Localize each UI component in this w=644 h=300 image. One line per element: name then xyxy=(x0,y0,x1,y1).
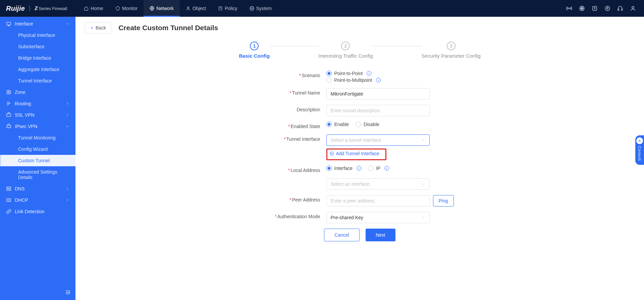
disable-radio[interactable] xyxy=(356,122,361,127)
auth-mode-select[interactable]: Pre-shared Key xyxy=(326,212,430,223)
nav-monitor[interactable]: Monitor xyxy=(109,0,144,17)
local-interface-select[interactable]: Select an interface. xyxy=(326,178,430,190)
local-ip-radio[interactable] xyxy=(368,166,373,171)
nav-object[interactable]: Object xyxy=(180,0,212,17)
scenario-label: *Scenario xyxy=(206,71,326,78)
step-basic-config[interactable]: 1 Basic Config xyxy=(239,42,270,59)
info-icon[interactable]: i xyxy=(376,78,381,82)
plus-circle-icon xyxy=(329,151,334,156)
local-interface-radio[interactable] xyxy=(326,166,332,171)
enabled-state-label: *Enabled State xyxy=(206,122,326,129)
chevron-down-icon xyxy=(421,138,425,142)
page-title: Create Custom Tunnel Details xyxy=(118,24,218,32)
globe-icon xyxy=(150,6,154,11)
chevron-right-icon xyxy=(65,113,69,117)
peer-address-input[interactable] xyxy=(326,195,430,206)
enable-radio[interactable] xyxy=(326,122,332,127)
nav-home[interactable]: Home xyxy=(78,0,109,17)
sidebar-zone[interactable]: Zone xyxy=(0,86,75,98)
add-tunnel-interface-link[interactable]: Add Tunnel Interface xyxy=(329,151,379,156)
sidebar-custom-tunnel[interactable]: Custom Tunnel xyxy=(0,155,75,166)
user-icon xyxy=(186,6,191,11)
svg-point-7 xyxy=(605,6,610,11)
step-security-parameter[interactable]: 3 Security Parameter Config xyxy=(422,42,481,59)
compass-icon[interactable] xyxy=(604,5,610,11)
consult-avatar-icon xyxy=(636,137,643,144)
interface-icon xyxy=(6,21,11,26)
steps: 1 Basic Config 2 Interesting Traffic Con… xyxy=(239,42,481,59)
svg-point-10 xyxy=(632,6,634,8)
dashboard-icon[interactable] xyxy=(579,5,585,11)
local-addr-interface[interactable]: Interface i xyxy=(326,166,361,171)
svg-rect-17 xyxy=(7,189,11,190)
local-addr-ip[interactable]: IP i xyxy=(368,166,389,171)
svg-point-13 xyxy=(8,92,9,93)
chevron-right-icon xyxy=(65,198,69,202)
sidebar-dhcp[interactable]: DHCP xyxy=(0,194,75,206)
sidebar-ipsec-vpn[interactable]: IPsec VPN xyxy=(0,121,75,132)
top-nav: Ruijie ZSeries Firewall Home Monitor Net… xyxy=(0,0,644,17)
sidebar-collapse-icon[interactable] xyxy=(65,289,71,295)
nav-system[interactable]: System xyxy=(244,0,278,17)
svg-rect-14 xyxy=(7,114,11,117)
step-interesting-traffic[interactable]: 2 Interesting Traffic Config xyxy=(318,42,373,59)
chevron-left-icon xyxy=(90,26,94,30)
enabled-enable[interactable]: Enable xyxy=(326,122,349,127)
sidebar-subinterface[interactable]: Subinterface xyxy=(18,41,75,52)
sidebar-physical-interface[interactable]: Physical Interface xyxy=(18,29,75,41)
home-icon xyxy=(84,6,89,11)
brand: Ruijie ZSeries Firewall xyxy=(0,5,67,12)
svg-rect-16 xyxy=(7,187,11,188)
sidebar-bridge-interface[interactable]: Bridge Interface xyxy=(18,52,75,64)
sidebar-routing[interactable]: Routing xyxy=(0,98,75,109)
dns-icon xyxy=(6,186,11,191)
policy-icon xyxy=(218,6,223,11)
sidebar-dns[interactable]: DNS xyxy=(0,183,75,194)
svg-rect-8 xyxy=(618,9,619,11)
consult-widget[interactable]: Consult xyxy=(635,135,644,165)
sidebar-interface[interactable]: Interface xyxy=(0,18,75,29)
sidebar-config-wizard[interactable]: Config Wizard xyxy=(18,143,75,155)
sidebar-ssl-vpn[interactable]: SSL VPN xyxy=(0,109,75,121)
upload-icon[interactable] xyxy=(592,5,598,11)
nav-policy[interactable]: Policy xyxy=(212,0,243,17)
scenario-p2mp-radio[interactable] xyxy=(326,77,332,83)
link-icon xyxy=(6,209,11,214)
info-icon[interactable]: i xyxy=(367,71,371,76)
sslvpn-icon xyxy=(6,112,11,118)
sidebar-advanced-settings[interactable]: Advanced Settings Details xyxy=(18,166,75,183)
zone-icon xyxy=(6,89,11,95)
info-icon[interactable]: i xyxy=(357,166,361,171)
next-button[interactable]: Next xyxy=(366,229,395,241)
svg-rect-9 xyxy=(622,9,623,11)
scenario-p2mp[interactable]: Point-to-Multipoint i xyxy=(326,77,381,83)
auth-mode-label: *Authentication Mode xyxy=(206,212,326,219)
scenario-p2p[interactable]: Point-to-Point i xyxy=(326,71,372,76)
sidebar-menu: Interface Physical Interface Subinterfac… xyxy=(0,17,75,300)
nav-network[interactable]: Network xyxy=(144,0,179,17)
step-connector xyxy=(270,46,318,46)
description-input[interactable] xyxy=(326,105,430,116)
sidebar-aggregate-interface[interactable]: Aggregate Interface xyxy=(18,64,75,75)
brand-series: ZSeries Firewall xyxy=(35,5,67,11)
add-tunnel-interface-highlight: Add Tunnel Interface xyxy=(326,148,386,160)
tunnel-name-input[interactable] xyxy=(326,88,430,100)
back-button[interactable]: Back xyxy=(85,22,111,34)
ping-button[interactable]: Ping xyxy=(433,195,454,206)
local-address-label: *Local Address xyxy=(206,166,326,173)
chevron-down-icon xyxy=(65,22,69,26)
headset-icon[interactable] xyxy=(617,5,623,11)
sidebar-link-detection[interactable]: Link Detection xyxy=(0,206,75,217)
tunnel-name-label: *Tunnel Name xyxy=(206,88,326,96)
cancel-button[interactable]: Cancel xyxy=(324,229,360,241)
profile-icon[interactable] xyxy=(630,5,636,11)
svg-point-3 xyxy=(251,8,253,9)
broadcast-icon[interactable] xyxy=(566,5,572,11)
chevron-down-icon xyxy=(65,124,69,128)
scenario-p2p-radio[interactable] xyxy=(326,71,332,76)
sidebar-tunnel-interface[interactable]: Tunnel Interface xyxy=(18,75,75,86)
sidebar-tunnel-monitoring[interactable]: Tunnel Monitoring xyxy=(18,132,75,143)
enabled-disable[interactable]: Disable xyxy=(356,122,379,127)
info-icon[interactable]: i xyxy=(384,166,389,171)
tunnel-interface-select[interactable]: Select a tunnel interface. xyxy=(326,134,430,146)
